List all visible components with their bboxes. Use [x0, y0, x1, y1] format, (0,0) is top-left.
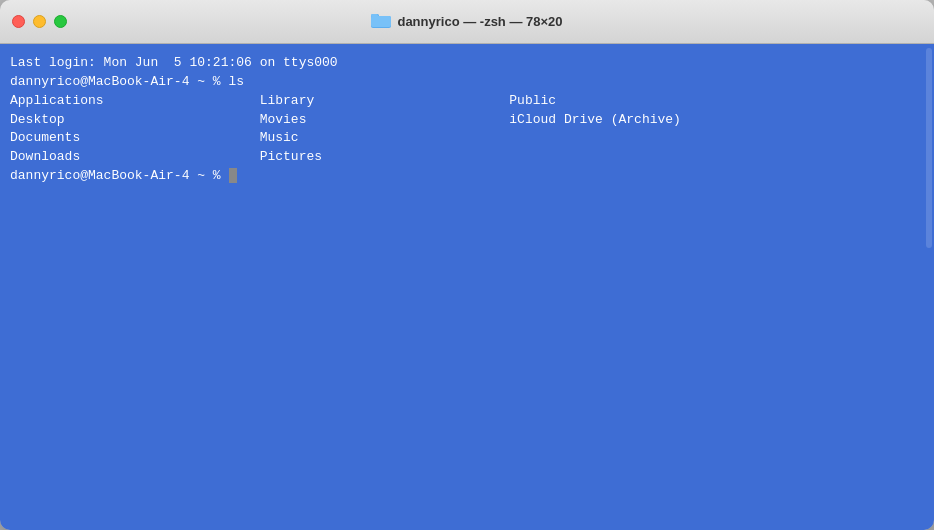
- scrollbar[interactable]: [926, 48, 932, 248]
- svg-rect-3: [371, 14, 378, 17]
- prompt-line: dannyrico@MacBook-Air-4 ~ %: [10, 168, 228, 183]
- titlebar: dannyrico — -zsh — 78×20: [0, 0, 934, 44]
- svg-rect-2: [371, 16, 391, 27]
- minimize-button[interactable]: [33, 15, 46, 28]
- traffic-lights: [12, 15, 67, 28]
- folder-icon: [371, 12, 391, 31]
- maximize-button[interactable]: [54, 15, 67, 28]
- ls-output: Applications Library Public Desktop Movi…: [10, 93, 681, 165]
- terminal-body[interactable]: Last login: Mon Jun 5 10:21:06 on ttys00…: [0, 44, 934, 530]
- cursor: [229, 168, 237, 183]
- close-button[interactable]: [12, 15, 25, 28]
- titlebar-title: dannyrico — -zsh — 78×20: [371, 12, 562, 31]
- terminal-content: Last login: Mon Jun 5 10:21:06 on ttys00…: [10, 54, 924, 186]
- last-login-line: Last login: Mon Jun 5 10:21:06 on ttys00…: [10, 55, 338, 70]
- title-text: dannyrico — -zsh — 78×20: [397, 14, 562, 29]
- ls-command-line: dannyrico@MacBook-Air-4 ~ % ls: [10, 74, 244, 89]
- terminal-window: dannyrico — -zsh — 78×20 Last login: Mon…: [0, 0, 934, 530]
